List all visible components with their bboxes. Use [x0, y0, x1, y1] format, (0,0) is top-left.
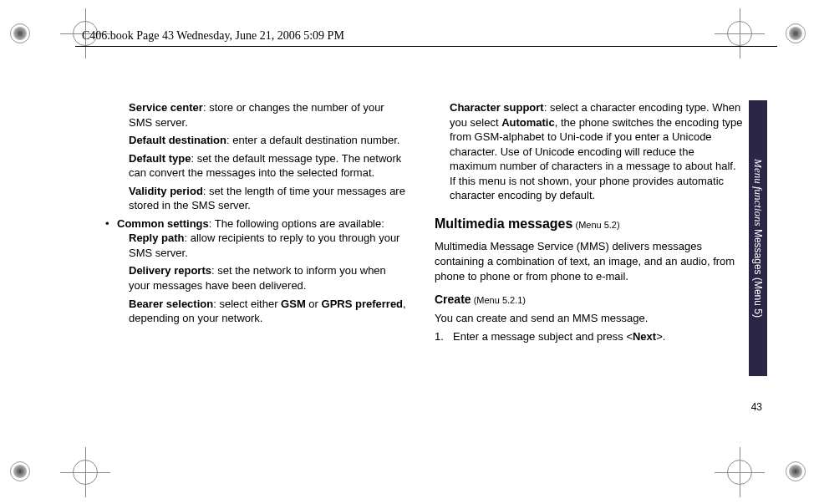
para-default-destination: Default destination: enter a default des… — [100, 133, 410, 148]
para-create-desc: You can create and send an MMS message. — [435, 311, 744, 326]
para-service-center: Service center: store or changes the num… — [100, 100, 410, 130]
bullet-dot: • — [100, 216, 117, 232]
para-character-support: Character support: select a character en… — [435, 100, 744, 203]
content-area: Service center: store or changes the num… — [100, 100, 769, 425]
header-rule — [75, 46, 777, 47]
step-1: 1. Enter a message subject and press <Ne… — [435, 329, 744, 344]
heading-multimedia: Multimedia messages (Menu 5.2) — [435, 215, 744, 233]
page-number: 43 — [751, 401, 762, 413]
para-reply-path: Reply path: allow recipients to reply to… — [100, 231, 410, 260]
para-delivery-reports: Delivery reports: set the network to inf… — [100, 263, 410, 293]
pdf-header: C406.book Page 43 Wednesday, June 21, 20… — [82, 29, 344, 43]
para-default-type: Default type: set the default message ty… — [100, 151, 410, 181]
bullet-common-settings: • Common settings: The following options… — [100, 216, 410, 232]
column-left: Service center: store or changes the num… — [100, 100, 410, 425]
heading-create: Create (Menu 5.2.1) — [435, 292, 744, 308]
column-right: Character support: select a character en… — [435, 100, 769, 425]
para-validity-period: Validity period: set the length of time … — [100, 184, 410, 213]
para-mms-desc: Multimedia Message Service (MMS) deliver… — [435, 239, 744, 283]
para-bearer-selection: Bearer selection: select either GSM or G… — [100, 297, 410, 326]
